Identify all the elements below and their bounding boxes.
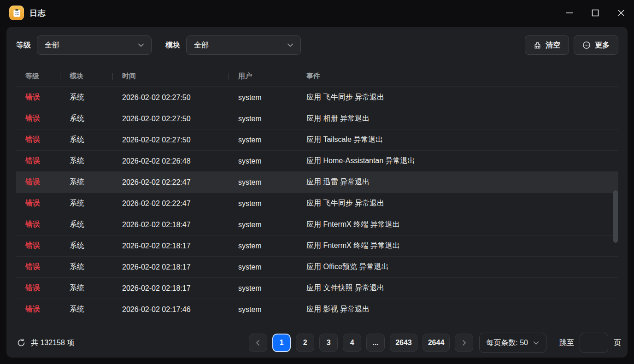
log-time: 2026-02-02 02:27:50 [113,129,229,150]
log-event: 应用 影视 异常退出 [297,299,618,320]
more-actions-label: 更多 [595,41,610,50]
log-module: 系统 [60,214,113,235]
log-time: 2026-02-02 02:22:47 [113,172,229,193]
vertical-scrollbar-thumb[interactable] [613,190,618,243]
table-row[interactable]: 错误 系统 2026-02-02 02:27:50 system 应用 Tail… [16,129,618,151]
level-filter-label: 等级 [16,41,31,50]
column-header-user: 用户 [229,66,297,87]
log-user: system [229,299,297,320]
page-2644-button[interactable]: 2644 [423,334,450,352]
log-time: 2026-02-02 02:17:46 [113,299,229,320]
minimize-button[interactable] [557,0,582,26]
refresh-icon [17,338,26,347]
log-user: system [229,235,297,256]
level-filter-value: 全部 [45,41,137,50]
log-time: 2026-02-02 02:26:48 [113,151,229,171]
table-row[interactable]: 错误 系统 2026-02-02 02:18:17 system 应用 Fnte… [16,235,618,257]
log-module: 系统 [60,129,113,150]
log-event: 应用 飞牛同步 异常退出 [297,87,618,108]
app-logo-clipboard-icon [9,6,24,20]
table-row[interactable]: 错误 系统 2026-02-02 02:18:17 system 应用 Offi… [16,257,618,278]
log-time: 2026-02-02 02:18:47 [113,214,229,235]
log-user: system [229,172,297,193]
table-row[interactable]: 错误 系统 2026-02-02 02:22:47 system 应用 飞牛同步… [16,193,618,214]
titlebar: 日志 [0,0,634,26]
page-size-value: 每页条数: 50 [486,338,528,348]
log-level: 错误 [25,220,40,229]
jump-page-input[interactable] [580,333,608,353]
chevron-down-icon [533,340,540,346]
log-user: system [229,87,297,108]
log-module: 系统 [60,108,113,129]
log-user: system [229,257,297,277]
ellipsis-circle-icon [582,41,591,49]
page-size-select[interactable]: 每页条数: 50 [479,333,546,353]
log-time: 2026-02-02 02:22:47 [113,193,229,214]
log-module: 系统 [60,278,113,299]
column-header-event: 事件 [297,66,618,87]
table-body: 错误 系统 2026-02-02 02:27:50 system 应用 飞牛同步… [16,87,618,320]
log-time: 2026-02-02 02:18:17 [113,257,229,277]
log-event: 应用 Tailscale 异常退出 [297,129,618,150]
table-row[interactable]: 错误 系统 2026-02-02 02:27:50 system 应用 相册 异… [16,108,618,129]
log-user: system [229,214,297,235]
table-row[interactable]: 错误 系统 2026-02-02 02:27:50 system 应用 飞牛同步… [16,87,618,108]
log-level: 错误 [25,93,40,102]
log-event: 应用 迅雷 异常退出 [297,172,618,193]
maximize-button[interactable] [582,0,608,26]
table-row[interactable]: 错误 系统 2026-02-02 02:17:46 system 应用 影视 异… [16,299,618,320]
chevron-down-icon [287,41,294,49]
log-level: 错误 [25,156,40,166]
next-page-button[interactable] [455,334,473,352]
column-header-module: 模块 [60,66,113,87]
table-row[interactable]: 错误 系统 2026-02-02 02:22:47 system 应用 迅雷 异… [16,172,618,193]
log-user: system [229,151,297,171]
log-user: system [229,278,297,299]
maximize-icon [591,9,599,17]
minimize-icon [565,9,574,17]
more-actions-button[interactable]: 更多 [574,35,618,55]
module-filter-value: 全部 [194,41,287,50]
log-module: 系统 [60,151,113,171]
log-level: 错误 [25,114,40,123]
previous-page-button[interactable] [249,334,267,352]
total-count-text: 共 132158 项 [31,338,74,348]
refresh-button[interactable] [16,338,26,348]
log-level: 错误 [25,283,40,293]
table-row[interactable]: 错误 系统 2026-02-02 02:26:48 system 应用 Home… [16,151,618,172]
page-2-button[interactable]: 2 [296,334,314,352]
log-event: 应用 Office预览 异常退出 [297,257,618,277]
page-4-button[interactable]: 4 [343,334,361,352]
jump-suffix-label: 页 [614,338,621,348]
log-time: 2026-02-02 02:27:50 [113,87,229,108]
column-header-time: 时间 [113,66,229,87]
jump-prefix-label: 跳至 [559,338,574,348]
page-3-button[interactable]: 3 [319,334,338,352]
log-module: 系统 [60,87,113,108]
level-filter-select[interactable]: 全部 [37,35,152,55]
close-button[interactable] [608,0,634,26]
pagination-bar: 共 132158 项 1234...26432644 每页条数: 50 跳至 页 [16,328,621,358]
broom-icon [534,41,541,49]
log-level: 错误 [25,199,40,208]
log-event: 应用 FntermX 终端 异常退出 [297,235,618,256]
log-module: 系统 [60,257,113,277]
clear-logs-button[interactable]: 清空 [525,35,569,55]
log-time: 2026-02-02 02:27:50 [113,108,229,129]
log-time: 2026-02-02 02:18:17 [113,235,229,256]
chevron-left-icon [254,339,262,346]
log-event: 应用 相册 异常退出 [297,108,618,129]
log-level: 错误 [25,262,40,272]
table-row[interactable]: 错误 系统 2026-02-02 02:18:47 system 应用 Fnte… [16,214,618,235]
page-1-button[interactable]: 1 [272,334,291,352]
jump-to-page-group: 跳至 页 [559,333,621,353]
module-filter-select[interactable]: 全部 [186,35,301,55]
page-ellipsis-button[interactable]: ... [366,334,385,352]
log-event: 应用 FntermX 终端 异常退出 [297,214,618,235]
column-header-level: 等级 [16,66,60,87]
table-row[interactable]: 错误 系统 2026-02-02 02:18:17 system 应用 文件快照… [16,278,618,299]
page-2643-button[interactable]: 2643 [390,334,417,352]
filter-bar: 等级 全部 模块 全部 清空 更多 [16,35,618,55]
log-level: 错误 [25,241,40,251]
window-controls [557,0,634,26]
